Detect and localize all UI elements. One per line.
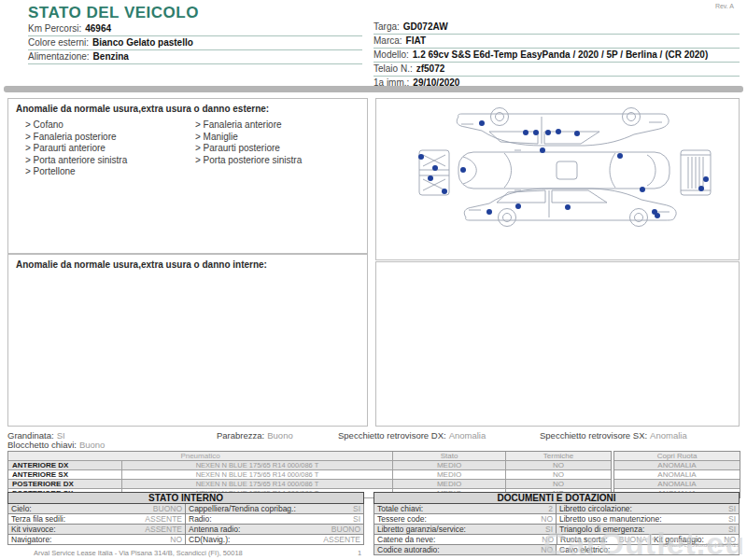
damage-marker [698, 186, 704, 191]
anomaly-item: > Porta anteriore sinistra [25, 155, 127, 167]
info-row-model: Modello:1.2 69cv S&S E6d-Temp EasyPanda … [374, 49, 740, 63]
interno-row: Cielo:BUONO Cappelliera/Tendina copribag… [7, 504, 364, 514]
condition-blocchetto-chiavi: Blocchetto chiavi:Buono [7, 440, 105, 450]
documenti-row: Libretto garanzia/service:SI Triangolo d… [374, 525, 740, 535]
interno-row: Navigatore:NO CD(Navig.):ASSENTE [7, 535, 364, 545]
damage-marker [703, 176, 709, 182]
notes-panel-empty [375, 261, 740, 427]
documenti-header: DOCUMENTI E DOTAZIONI [374, 492, 740, 504]
damage-marker [565, 204, 571, 210]
condition-specchietto-dx: Specchietto retrovisore DX:Anomalia [338, 430, 486, 441]
info-row-chassis: Telaio N.:zf5072 [374, 63, 740, 77]
damage-marker [545, 130, 551, 135]
copri-ruota-value: ANOMALIA [614, 480, 740, 488]
anomaly-item: > Maniglie [195, 132, 302, 144]
damage-markers [418, 120, 709, 218]
stato-interno-table: STATO INTERNO Cielo:BUONO Cappelliera/Te… [7, 492, 364, 545]
interno-row: Kit vivavoce:ASSENTE Antenna radio:BUONO [7, 525, 364, 535]
page-number: 1 [358, 549, 361, 557]
damage-marker [442, 189, 447, 194]
tire-row-posteriore-dx: POSTERIORE DX NEXEN N BLUE 175/65 R14 00… [8, 480, 611, 489]
condition-parabrezza: Parabrezza:Buono [217, 430, 293, 441]
damage-marker [655, 213, 660, 218]
damage-marker [574, 131, 580, 136]
damage-marker [556, 129, 561, 134]
exterior-anomalies-panel: Anomalie da normale usura,extra usura o … [7, 98, 368, 254]
separator-bar [4, 86, 743, 92]
tire-row-anteriore-dx: ANTERIORE DX NEXEN N BLUE 175/65 R14 000… [8, 461, 611, 470]
car-damage-diagram-panel [375, 98, 740, 260]
info-row-km: Km Percorsi:46964 [28, 22, 362, 36]
documenti-row: Tessere code:NO Libretto uso e manutenzi… [374, 514, 740, 525]
interior-anomalies-panel: Anomalie da normale usura,extra usura o … [7, 254, 368, 427]
anomaly-item: > Cofano [25, 119, 127, 132]
damage-marker [640, 187, 645, 192]
anomaly-item: > Fanaleria posteriore [25, 132, 127, 144]
footer-company: Arval Service Lease Italia - Via Pisana … [34, 549, 243, 557]
damage-marker [617, 153, 623, 159]
page-title: STATO DEL VEICOLO [28, 4, 199, 22]
document-id: ID No.(PL): J9bxd6u | 29/07/21 [662, 542, 740, 548]
damage-marker [533, 130, 539, 135]
info-row-plate: Targa:GD072AW [374, 21, 740, 35]
anomaly-item: > Paraurti anteriore [25, 143, 127, 155]
documenti-row: Totale chiavi:2 Libretto circolazione:SI [374, 504, 740, 514]
vehicle-info-right: Targa:GD072AW Marca:FIAT Modello:1.2 69c… [374, 21, 740, 91]
damage-marker [523, 130, 529, 135]
copri-ruota-value: ANOMALIA [614, 461, 740, 469]
col-header-pneumatico: Pneumatico [8, 452, 393, 460]
damage-marker [515, 203, 521, 209]
copri-ruota-value: ANOMALIA [614, 470, 740, 479]
revision-label: Rev. A [715, 3, 734, 9]
stato-interno-header: STATO INTERNO [7, 492, 364, 504]
exterior-anomalies-col2: > Fanaleria anteriore > Maniglie > Parau… [195, 119, 302, 166]
info-row-color: Colore esterni:Bianco Gelato pastello [28, 36, 362, 50]
car-diagram [376, 99, 737, 258]
damage-marker [432, 165, 438, 171]
anomaly-item: > Porta posteriore sinistra [195, 155, 302, 167]
damage-marker [486, 209, 492, 215]
interior-anomalies-title: Anomalie da normale usura,extra usura o … [8, 255, 367, 272]
col-header-termiche: Termiche [506, 452, 611, 460]
tire-row-anteriore-sx: ANTERIORE SX NEXEN N BLUE 175/65 R14 000… [8, 470, 611, 480]
exterior-anomalies-col1: > Cofano > Fanaleria posteriore > Paraur… [25, 119, 127, 178]
damage-marker [460, 167, 466, 173]
damage-marker [479, 120, 485, 126]
vehicle-info-left: Km Percorsi:46964 Colore esterni:Bianco … [28, 22, 362, 64]
condition-specchietto-sx: Specchietto retrovisore SX:Anomalia [540, 430, 687, 441]
info-row-brand: Marca:FIAT [374, 35, 740, 49]
anomaly-item: > Portellone [25, 166, 127, 178]
info-row-fuel: Alimentazione:Benzina [28, 50, 362, 64]
damage-marker [540, 147, 545, 153]
damage-marker [428, 175, 433, 181]
exterior-anomalies-title: Anomalie da normale usura,extra usura o … [8, 99, 367, 116]
col-header-stato: Stato [393, 452, 506, 460]
damage-marker [418, 154, 424, 160]
interno-row: Terza fila sedili:ASSENTE Radio:SI [7, 514, 364, 525]
col-header-copri-ruota: Copri Ruota [614, 452, 740, 460]
anomaly-item: > Fanaleria anteriore [195, 119, 302, 132]
anomaly-item: > Paraurti posteriore [195, 143, 302, 155]
tire-table-header: Pneumatico Stato Termiche [8, 452, 611, 461]
vehicle-status-report: STATO DEL VEICOLO Rev. A Km Percorsi:469… [0, 0, 747, 560]
